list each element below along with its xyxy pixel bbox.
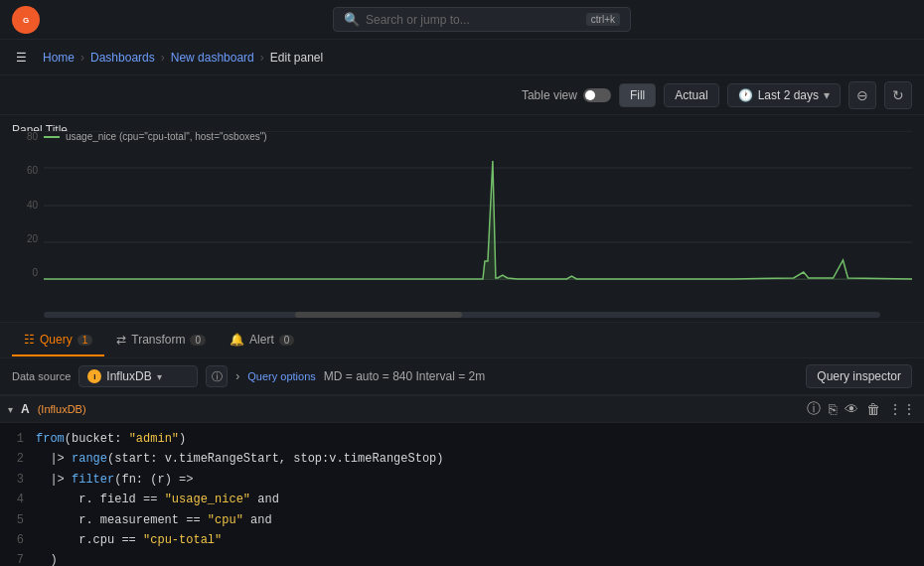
- query-row: Data source I InfluxDB ▾ ⓘ › Query optio…: [0, 358, 924, 395]
- tab-transform-label: Transform: [131, 333, 185, 347]
- tab-transform-badge: 0: [190, 335, 206, 346]
- query-inspector-button[interactable]: Query inspector: [806, 364, 912, 388]
- more-icon[interactable]: ⋮⋮: [888, 401, 916, 417]
- code-line-2: 2 |> range(start: v.timeRangeStart, stop…: [0, 449, 924, 469]
- breadcrumb-sep1: ›: [80, 51, 84, 65]
- y-label-60: 60: [12, 165, 42, 176]
- clock-icon: 🕐: [738, 88, 753, 102]
- tab-transform[interactable]: ⇄ Transform 0: [104, 325, 218, 356]
- hamburger-menu[interactable]: ☰: [16, 51, 27, 65]
- line-code-3: |> filter(fn: (r) =>: [36, 470, 193, 490]
- code-line-3: 3 |> filter(fn: (r) =>: [0, 470, 924, 490]
- line-code-4: r. field == "usage_nice" and: [36, 490, 279, 509]
- actual-button[interactable]: Actual: [664, 83, 718, 107]
- code-block: ▾ A (InfluxDB) ⓘ ⎘ 👁 🗑 ⋮⋮ 1 from(bucket:…: [0, 395, 924, 566]
- zoom-icon: ⊖: [856, 87, 868, 103]
- chart-scrollbar[interactable]: [44, 312, 880, 318]
- breadcrumb-new-dashboard[interactable]: New dashboard: [171, 51, 254, 65]
- tab-query-badge: 1: [77, 335, 93, 346]
- query-options-label: Query options: [247, 370, 315, 382]
- grafana-logo[interactable]: G: [12, 6, 40, 34]
- search-bar: 🔍 Search or jump to... ctrl+k: [52, 7, 912, 32]
- search-placeholder: Search or jump to...: [366, 13, 470, 27]
- breadcrumb-bar: ☰ Home › Dashboards › New dashboard › Ed…: [0, 40, 924, 75]
- trash-icon[interactable]: 🗑: [866, 401, 880, 417]
- y-label-40: 40: [12, 200, 42, 211]
- code-block-header: ▾ A (InfluxDB) ⓘ ⎘ 👁 🗑 ⋮⋮: [0, 396, 924, 423]
- copy-icon[interactable]: ⎘: [829, 401, 837, 417]
- y-label-80: 80: [12, 131, 42, 142]
- line-code-7: ): [36, 550, 58, 566]
- line-code-1: from(bucket: "admin"): [36, 429, 186, 449]
- datasource-label: Data source: [12, 370, 71, 382]
- refresh-icon: ↻: [892, 87, 904, 103]
- code-line-1: 1 from(bucket: "admin"): [0, 429, 924, 449]
- toolbar-row: Table view Fill Actual 🕐 Last 2 days ▾ ⊖…: [0, 75, 924, 115]
- line-num-2: 2: [0, 449, 36, 469]
- time-range-chevron: ▾: [824, 88, 830, 102]
- breadcrumb-sep3: ›: [260, 51, 264, 65]
- breadcrumb-home[interactable]: Home: [43, 51, 75, 65]
- chart-panel: Panel Title 0 20 40 60 80 06: [0, 115, 924, 323]
- zoom-out-button[interactable]: ⊖: [848, 81, 876, 109]
- line-num-4: 4: [0, 490, 36, 509]
- code-content: 1 from(bucket: "admin") 2 |> range(start…: [0, 423, 924, 566]
- code-line-6: 6 r.cpu == "cpu-total": [0, 530, 924, 550]
- info-button[interactable]: ⓘ: [206, 365, 228, 387]
- code-line-5: 5 r. measurement == "cpu" and: [0, 510, 924, 530]
- info-code-icon[interactable]: ⓘ: [807, 400, 821, 418]
- tab-query[interactable]: ☷ Query 1: [12, 325, 104, 356]
- svg-text:G: G: [23, 16, 29, 25]
- datasource-name: InfluxDB: [106, 369, 151, 383]
- right-arrow-icon: ›: [235, 369, 239, 383]
- alert-tab-icon: 🔔: [230, 333, 244, 347]
- transform-tab-icon: ⇄: [116, 333, 126, 347]
- fill-button[interactable]: Fill: [619, 83, 656, 107]
- y-label-0: 0: [12, 267, 42, 278]
- time-range-picker[interactable]: 🕐 Last 2 days ▾: [727, 83, 841, 107]
- datasource-chevron: ▾: [157, 371, 162, 382]
- tabs-bar: ☷ Query 1 ⇄ Transform 0 🔔 Alert 0: [0, 323, 924, 358]
- query-sublabel: (InfluxDB): [38, 403, 86, 415]
- y-label-20: 20: [12, 233, 42, 244]
- line-num-3: 3: [0, 470, 36, 490]
- tab-alert-badge: 0: [279, 335, 295, 346]
- breadcrumb-sep2: ›: [161, 51, 165, 65]
- svg-marker-7: [468, 161, 912, 280]
- time-range-label: Last 2 days: [758, 88, 819, 102]
- line-num-5: 5: [0, 510, 36, 530]
- influxdb-icon: I: [87, 369, 101, 383]
- tab-query-label: Query: [40, 333, 73, 347]
- code-line-7: 7 ): [0, 550, 924, 566]
- scrollbar-thumb[interactable]: [295, 312, 462, 318]
- table-view-label: Table view: [522, 88, 577, 102]
- code-action-icons: ⓘ ⎘ 👁 🗑 ⋮⋮: [807, 400, 916, 418]
- eye-icon[interactable]: 👁: [845, 401, 858, 417]
- tab-alert[interactable]: 🔔 Alert 0: [218, 325, 306, 356]
- shortcut-badge: ctrl+k: [586, 13, 620, 26]
- chart-area: 06/24 00:00 06/24 04:00 06/24 08:00 06/2…: [44, 131, 912, 294]
- code-line-4: 4 r. field == "usage_nice" and: [0, 490, 924, 509]
- collapse-button[interactable]: ▾: [8, 404, 13, 415]
- datasource-select[interactable]: I InfluxDB ▾: [78, 365, 198, 387]
- chart-svg: 06/24 00:00 06/24 04:00 06/24 08:00 06/2…: [44, 131, 912, 280]
- line-code-6: r.cpu == "cpu-total": [36, 530, 222, 550]
- top-nav: G 🔍 Search or jump to... ctrl+k: [0, 0, 924, 40]
- line-num-7: 7: [0, 550, 36, 566]
- breadcrumb-current: Edit panel: [270, 51, 323, 65]
- search-input[interactable]: 🔍 Search or jump to... ctrl+k: [333, 7, 631, 32]
- query-options-value: MD = auto = 840 Interval = 2m: [324, 369, 485, 383]
- line-num-1: 1: [0, 429, 36, 449]
- table-view-toggle[interactable]: [583, 88, 611, 102]
- y-axis: 0 20 40 60 80: [12, 131, 42, 280]
- refresh-button[interactable]: ↻: [884, 81, 912, 109]
- info-icon: ⓘ: [212, 369, 223, 384]
- query-options-link[interactable]: Query options: [247, 370, 315, 382]
- search-icon: 🔍: [344, 12, 360, 27]
- query-id-label: A: [21, 402, 30, 416]
- line-code-2: |> range(start: v.timeRangeStart, stop:v…: [36, 449, 444, 469]
- chart-container: 0 20 40 60 80 06/24 00:00 06/24 04:00: [12, 131, 912, 310]
- breadcrumb-dashboards[interactable]: Dashboards: [90, 51, 155, 65]
- line-num-6: 6: [0, 530, 36, 550]
- tab-alert-label: Alert: [249, 333, 274, 347]
